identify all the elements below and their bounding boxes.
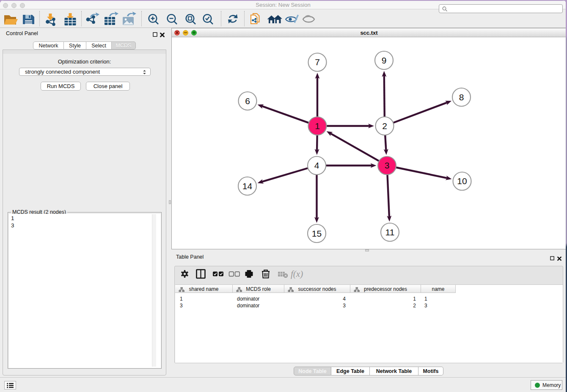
svg-text:9: 9 [382, 55, 387, 65]
svg-text:4: 4 [314, 160, 319, 170]
svg-text:2: 2 [382, 121, 387, 131]
svg-text:3: 3 [385, 160, 390, 170]
svg-text:6: 6 [245, 96, 250, 106]
svg-text:11: 11 [385, 227, 395, 237]
svg-text:7: 7 [315, 57, 320, 67]
svg-text:15: 15 [312, 229, 322, 238]
svg-text:14: 14 [242, 181, 253, 191]
svg-text:8: 8 [459, 92, 464, 102]
svg-text:f(x): f(x) [291, 269, 303, 279]
svg-text:10: 10 [457, 176, 467, 186]
svg-text:1: 1 [315, 121, 320, 131]
